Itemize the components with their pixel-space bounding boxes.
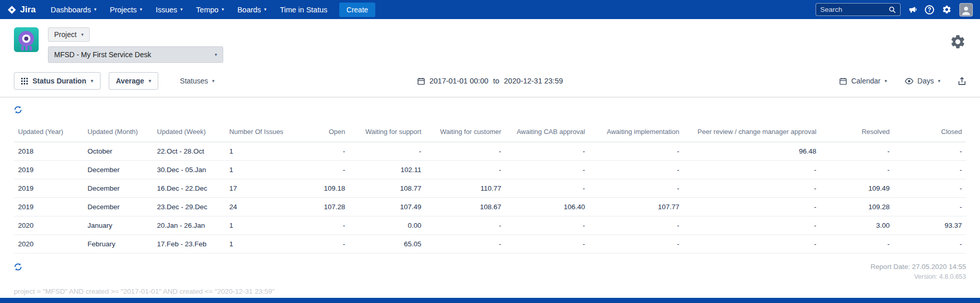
- toolbar-right: Calendar Days: [839, 77, 966, 86]
- table-cell: 3.00: [821, 216, 894, 235]
- table-cell: 2018: [14, 142, 84, 161]
- jira-logo[interactable]: Jira: [7, 5, 36, 15]
- table-cell: 0.00: [350, 216, 426, 235]
- table-cell: -: [684, 198, 821, 216]
- chevron-down-icon: [222, 7, 224, 12]
- column-header: Waiting for customer: [425, 121, 505, 142]
- refresh-icon[interactable]: [14, 263, 22, 271]
- column-header: Waiting for support: [350, 121, 426, 142]
- table-cell: -: [894, 235, 966, 254]
- table-cell: -: [589, 142, 684, 161]
- table-cell: 102.11: [350, 161, 426, 179]
- report-date: Report Date: 27.05.2020 14:55: [871, 263, 966, 271]
- table-cell: -: [505, 142, 589, 161]
- nav-item-dashboards[interactable]: Dashboards: [44, 0, 103, 19]
- chevron-down-icon: [212, 79, 215, 83]
- chevron-down-icon: [140, 7, 142, 12]
- chevron-down-icon: [149, 79, 152, 83]
- statuses-dropdown[interactable]: Statuses: [180, 77, 214, 85]
- table-cell: -: [894, 161, 966, 179]
- refresh-icon[interactable]: [14, 106, 22, 114]
- grid-icon: [21, 78, 28, 85]
- table-cell: 2019: [14, 179, 84, 198]
- table-cell: 110.77: [425, 179, 505, 198]
- table-cell: 108.67: [425, 198, 505, 216]
- chevron-down-icon: [264, 7, 267, 12]
- nav-item-label: Time in Status: [280, 6, 327, 14]
- table-cell: -: [505, 216, 589, 235]
- table-cell: 109.49: [821, 179, 894, 198]
- export-button[interactable]: [958, 77, 966, 86]
- date-separator: to: [493, 77, 499, 85]
- megaphone-icon[interactable]: [908, 6, 917, 13]
- table-cell: -: [425, 235, 505, 254]
- table-cell: 30.Dec - 05.Jan: [153, 161, 225, 179]
- table-cell: -: [684, 161, 821, 179]
- table-cell: -: [589, 161, 684, 179]
- table-cell: 16.Dec - 22.Dec: [153, 179, 225, 198]
- nav-item-boards[interactable]: Boards: [230, 0, 273, 19]
- calendar-icon: [839, 77, 847, 85]
- nav-item-label: Boards: [237, 6, 261, 14]
- table-cell: -: [589, 216, 684, 235]
- table-header-row: Updated (Year)Updated (Month)Updated (We…: [14, 121, 966, 142]
- table-cell: 107.77: [589, 198, 684, 216]
- project-controls: Project MFSD - My First Service Desk: [48, 27, 223, 63]
- nav-right: [816, 3, 973, 16]
- jira-logo-icon: [7, 5, 16, 14]
- table-cell: -: [894, 198, 966, 216]
- table-cell: -: [288, 235, 350, 254]
- table-cell: 17.Feb - 23.Feb: [153, 235, 225, 254]
- project-type-button[interactable]: Project: [48, 27, 90, 42]
- help-icon[interactable]: [925, 5, 934, 14]
- table-row: 2020January20.Jan - 26.Jan1-0.00----3.00…: [14, 216, 966, 235]
- chevron-down-icon: [91, 79, 93, 83]
- table-cell: -: [288, 216, 350, 235]
- nav-item-time-in-status[interactable]: Time in Status: [273, 0, 334, 19]
- calendar-dropdown[interactable]: Calendar: [839, 77, 887, 85]
- table-cell: 17: [225, 179, 288, 198]
- table-cell: December: [84, 198, 153, 216]
- table-cell: 106.40: [505, 198, 589, 216]
- metric-button[interactable]: Average: [109, 72, 158, 90]
- calendar-icon: [417, 77, 425, 85]
- nav-item-issues[interactable]: Issues: [149, 0, 189, 19]
- nav-item-tempo[interactable]: Tempo: [189, 0, 230, 19]
- date-from: 2017-01-01 00:00: [429, 77, 489, 85]
- table-cell: -: [288, 142, 350, 161]
- search-input[interactable]: [820, 6, 889, 13]
- column-header: Awaiting implementation: [589, 121, 684, 142]
- table-row: 2020February17.Feb - 23.Feb1-65.05------: [14, 235, 966, 254]
- date-range-picker[interactable]: 2017-01-01 00:00 to 2020-12-31 23:59: [417, 77, 563, 85]
- table-cell: January: [84, 216, 153, 235]
- table-cell: 109.18: [288, 179, 350, 198]
- table-row: 2019December16.Dec - 22.Dec17109.18108.7…: [14, 179, 966, 198]
- table-cell: -: [425, 161, 505, 179]
- table-cell: -: [425, 216, 505, 235]
- nav-item-label: Issues: [156, 6, 177, 14]
- search-icon[interactable]: [889, 6, 896, 13]
- top-nav: Jira DashboardsProjectsIssuesTempoBoards…: [0, 0, 980, 19]
- table-cell: 109.28: [821, 198, 894, 216]
- create-button[interactable]: Create: [339, 3, 375, 17]
- table-cell: -: [589, 179, 684, 198]
- settings-gear-icon[interactable]: [950, 33, 966, 52]
- table-cell: 65.05: [350, 235, 426, 254]
- column-header: Number Of Issues: [225, 121, 288, 142]
- nav-item-projects[interactable]: Projects: [103, 0, 149, 19]
- gear-icon[interactable]: [942, 5, 952, 14]
- chevron-down-icon: [180, 7, 183, 12]
- jql-query: project = "MFSD" AND created >= "2017-01…: [14, 288, 966, 295]
- table-cell: 2019: [14, 161, 84, 179]
- table-cell: 2020: [14, 216, 84, 235]
- report-type-button[interactable]: Status Duration: [14, 72, 101, 90]
- unit-dropdown[interactable]: Days: [905, 77, 940, 85]
- table-cell: 107.28: [288, 198, 350, 216]
- export-icon: [958, 77, 966, 86]
- date-to: 2020-12-31 23:59: [504, 77, 563, 85]
- table-cell: 2020: [14, 235, 84, 254]
- project-select[interactable]: MFSD - My First Service Desk: [48, 46, 223, 63]
- user-avatar[interactable]: [959, 3, 973, 16]
- version-label: Version: 4.8.0.653: [871, 273, 966, 280]
- column-header: Awaiting CAB approval: [505, 121, 589, 142]
